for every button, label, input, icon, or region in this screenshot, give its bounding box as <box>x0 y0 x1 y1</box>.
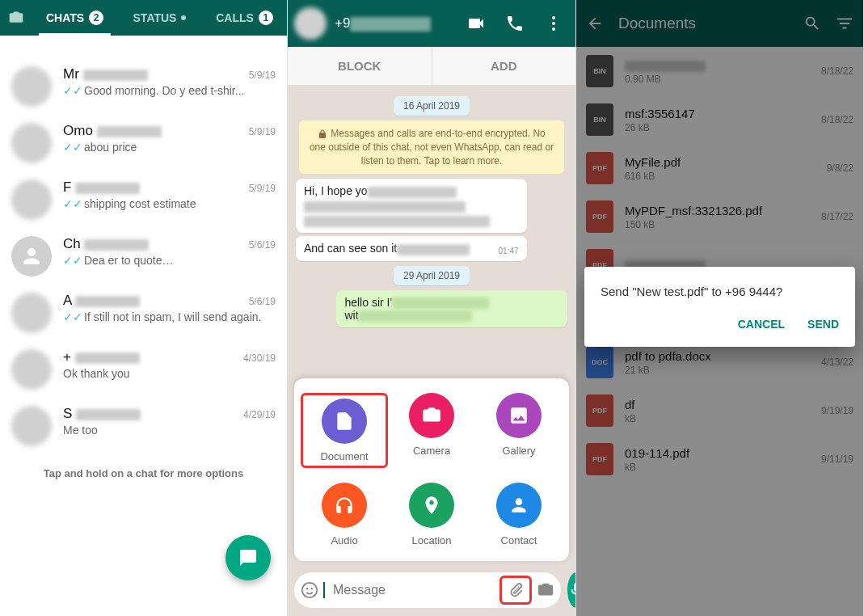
messages-area[interactable]: 16 April 2019 Messages and calls are end… <box>288 85 575 372</box>
file-icon <box>334 411 355 432</box>
chat-row[interactable]: Mr 5/9/19✓✓Good morning. Do y eed t-shir… <box>0 58 287 115</box>
chat-avatar[interactable] <box>11 236 52 276</box>
dialog-title: Send "New test.pdf" to +96 9444? <box>601 283 839 300</box>
camera-icon <box>8 10 24 26</box>
location-icon <box>421 495 442 516</box>
block-button[interactable]: BLOCK <box>288 47 432 85</box>
chat-name: Omo <box>63 123 162 139</box>
video-call-button[interactable] <box>461 14 491 33</box>
date-pill: 29 April 2019 <box>394 266 470 285</box>
attach-contact[interactable]: Contact <box>475 483 563 546</box>
chat-date: 5/9/19 <box>249 70 276 81</box>
person-icon <box>508 495 529 516</box>
camera-icon <box>421 405 442 426</box>
chat-row[interactable]: Omo 5/9/19✓✓abou price <box>0 115 287 171</box>
voice-call-button[interactable] <box>499 14 530 33</box>
block-add-bar: BLOCK ADD <box>288 47 575 85</box>
chat-preview: Ok thank you <box>63 367 276 380</box>
chat-header: +9 <box>288 0 575 47</box>
chat-date: 5/6/19 <box>249 296 276 307</box>
new-chat-fab[interactable] <box>225 535 271 580</box>
svg-point-0 <box>552 16 555 19</box>
chat-preview: ✓✓Good morning. Do y eed t-shir... <box>63 84 276 97</box>
chat-row[interactable]: + 4/30/19Ok thank you <box>0 341 287 398</box>
attach-location[interactable]: Location <box>388 483 475 546</box>
chat-preview: Me too <box>63 424 276 437</box>
contact-name[interactable]: +9 <box>335 15 453 32</box>
documents-panel: Documents BIN0.90 MB8/18/22BINmsf:355614… <box>576 0 864 616</box>
svg-point-5 <box>311 588 313 589</box>
contact-avatar[interactable] <box>294 7 327 40</box>
tab-status[interactable]: STATUS <box>117 0 202 36</box>
lock-icon <box>318 129 327 139</box>
chat-date: 5/9/19 <box>249 126 276 137</box>
tap-hold-hint: Tap and hold on a chat for more options <box>0 454 287 492</box>
send-dialog: Send "New test.pdf" to +96 9444? CANCEL … <box>584 267 855 347</box>
chats-list: Mr 5/9/19✓✓Good morning. Do y eed t-shir… <box>0 58 287 454</box>
input-bar <box>288 567 575 616</box>
chats-badge: 2 <box>89 11 103 25</box>
add-button[interactable]: ADD <box>432 47 576 85</box>
attach-button-highlight <box>499 576 532 605</box>
attachment-sheet: Document Camera Gallery Audio Location C… <box>294 378 569 561</box>
attach-camera[interactable]: Camera <box>388 393 475 468</box>
chat-preview: ✓✓If still not in spam, I will send agai… <box>63 310 276 323</box>
more-vert-icon <box>544 14 563 33</box>
chat-preview: ✓✓abou price <box>63 141 276 154</box>
message-time: 01:47 <box>499 247 519 255</box>
chat-date: 4/30/19 <box>243 352 276 364</box>
message-icon <box>238 548 258 567</box>
attach-document[interactable]: Document <box>301 393 388 468</box>
send-button[interactable]: SEND <box>807 318 839 331</box>
paperclip-icon[interactable] <box>507 581 525 599</box>
chat-row[interactable]: S 4/29/19Me too <box>0 398 287 454</box>
video-icon <box>466 14 486 33</box>
more-button[interactable] <box>538 14 569 33</box>
mic-button[interactable] <box>567 572 576 608</box>
svg-point-2 <box>552 27 555 31</box>
chat-date: 5/6/19 <box>249 239 276 251</box>
message-input-container[interactable] <box>294 572 561 608</box>
chat-avatar[interactable] <box>11 349 52 390</box>
date-pill: 16 April 2019 <box>394 96 470 116</box>
chat-avatar[interactable] <box>11 406 52 446</box>
chat-name: F <box>63 179 140 196</box>
headphones-icon <box>334 495 355 516</box>
mic-icon <box>567 581 576 599</box>
message-in[interactable]: And can see son it 01:47 <box>296 236 527 260</box>
tab-bar: CHATS 2 STATUS CALLS 1 <box>0 0 287 36</box>
calls-badge: 1 <box>259 11 273 25</box>
message-in[interactable]: Hi, I hope yo <box>296 179 527 233</box>
status-dot-icon <box>181 15 186 20</box>
chat-row[interactable]: F 5/9/19✓✓shipping cost estimate <box>0 171 287 228</box>
chat-avatar[interactable] <box>11 293 52 333</box>
svg-point-3 <box>302 583 317 597</box>
chat-avatar[interactable] <box>11 123 52 163</box>
encryption-notice[interactable]: Messages and calls are end-to-end encryp… <box>299 120 564 174</box>
chat-name: Mr <box>63 66 148 82</box>
chat-name: Ch <box>63 236 149 252</box>
message-input[interactable] <box>333 583 495 597</box>
tab-calls[interactable]: CALLS 1 <box>202 0 287 36</box>
chat-row[interactable]: Ch 5/6/19✓✓Dea er to quote… <box>0 228 287 285</box>
chats-panel: CHATS 2 STATUS CALLS 1 Mr 5/9/19✓✓Good m… <box>0 0 288 616</box>
chat-avatar[interactable] <box>11 179 52 220</box>
phone-icon <box>505 14 525 33</box>
chat-preview: ✓✓Dea er to quote… <box>63 254 276 267</box>
chat-date: 5/9/19 <box>249 183 276 194</box>
chat-view-panel: +9 BLOCK ADD 16 April 2019 Messages and … <box>288 0 576 616</box>
chat-avatar[interactable] <box>11 66 52 107</box>
emoji-icon[interactable] <box>301 581 318 599</box>
chat-preview: ✓✓shipping cost estimate <box>63 197 276 210</box>
chat-name: + <box>63 349 140 365</box>
camera-input-icon[interactable] <box>537 581 554 599</box>
svg-point-1 <box>552 22 555 25</box>
attach-gallery[interactable]: Gallery <box>475 393 563 468</box>
tab-camera[interactable] <box>0 0 32 36</box>
cancel-button[interactable]: CANCEL <box>738 318 785 331</box>
message-out[interactable]: hello sir I' wit <box>336 290 567 328</box>
chat-row[interactable]: A 5/6/19✓✓If still not in spam, I will s… <box>0 285 287 341</box>
chat-name: S <box>63 406 141 422</box>
tab-chats[interactable]: CHATS 2 <box>32 0 117 36</box>
attach-audio[interactable]: Audio <box>301 483 388 546</box>
